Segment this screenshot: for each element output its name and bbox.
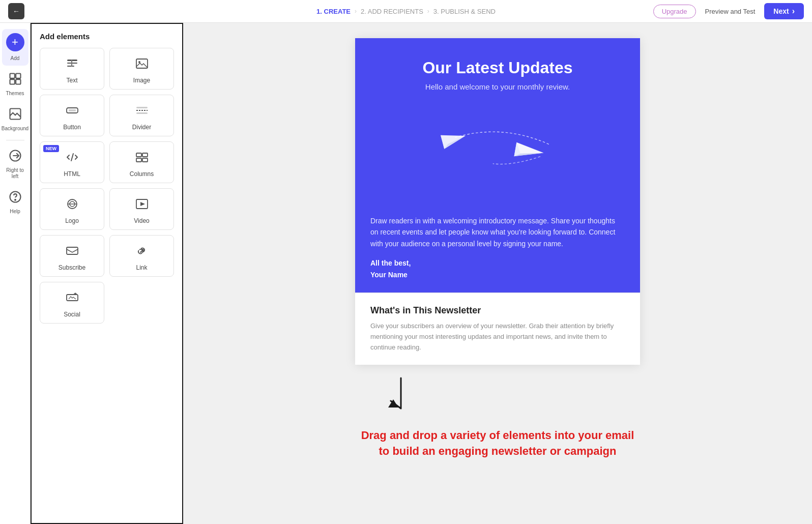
image-element-icon xyxy=(135,56,149,73)
svg-rect-12 xyxy=(136,59,148,68)
svg-rect-19 xyxy=(136,153,141,157)
sidebar-background-label: Background xyxy=(2,126,28,132)
sidebar-item-help[interactable]: Help xyxy=(2,186,28,219)
element-card-columns[interactable]: Columns xyxy=(109,141,174,183)
element-card-subscribe[interactable]: Subscribe xyxy=(40,235,104,277)
nav-steps: 1. CREATE › 2. ADD RECIPIENTS › 3. PUBLI… xyxy=(316,8,496,15)
element-card-video[interactable]: Video xyxy=(109,188,174,230)
step-arrow-2: › xyxy=(427,8,429,15)
annotation-text: Drag and drop a variety of elements into… xyxy=(355,428,640,459)
rtl-icon xyxy=(8,149,22,165)
email-sign-line1: All the best, xyxy=(370,259,411,267)
nav-right: Upgrade Preview and Test Next › xyxy=(653,3,804,19)
element-card-button[interactable]: Button xyxy=(40,95,104,136)
sidebar-rtl-label: Right to left xyxy=(5,167,25,180)
top-nav: ← 1. CREATE › 2. ADD RECIPIENTS › 3. PUB… xyxy=(0,0,812,23)
element-card-divider[interactable]: Divider xyxy=(109,95,174,136)
main-content: Our Latest Updates Hello and welcome to … xyxy=(183,23,812,524)
sidebar-item-add[interactable]: + Add xyxy=(2,29,28,66)
preview-test-button[interactable]: Preview and Test xyxy=(701,5,760,18)
email-sign-line2: Your Name xyxy=(370,271,408,279)
columns-element-icon xyxy=(135,150,149,166)
email-hero: Our Latest Updates Hello and welcome to … xyxy=(355,38,640,203)
element-card-html[interactable]: NEW HTML xyxy=(40,141,104,183)
svg-rect-1 xyxy=(16,74,20,78)
element-card-link[interactable]: Link xyxy=(109,235,174,277)
nav-step-publish[interactable]: 3. PUBLISH & SEND xyxy=(433,8,496,15)
email-section-text: Give your subscribers an overview of you… xyxy=(370,321,625,353)
nav-step-recipients[interactable]: 2. ADD RECIPIENTS xyxy=(361,8,423,15)
sidebar-divider xyxy=(6,140,24,140)
svg-rect-29 xyxy=(67,295,78,301)
element-card-image[interactable]: Image xyxy=(109,48,174,90)
link-element-icon xyxy=(135,244,149,260)
element-card-text[interactable]: Text xyxy=(40,48,104,90)
link-element-label: Link xyxy=(136,264,147,271)
social-element-icon xyxy=(65,290,79,307)
add-circle-icon[interactable]: + xyxy=(6,33,24,51)
svg-rect-18 xyxy=(136,112,148,114)
nav-step-create[interactable]: 1. CREATE xyxy=(316,8,351,15)
elements-panel: Add elements Text xyxy=(31,23,183,524)
elements-panel-title: Add elements xyxy=(40,32,174,41)
email-newsletter-section: What's in This Newsletter Give your subs… xyxy=(355,293,640,365)
upgrade-button[interactable]: Upgrade xyxy=(653,5,696,18)
email-hero-subtitle: Hello and welcome to your monthly review… xyxy=(425,82,570,91)
step-arrow-1: › xyxy=(355,8,357,15)
next-button[interactable]: Next › xyxy=(764,3,804,19)
sidebar-themes-label: Themes xyxy=(6,91,24,97)
element-card-logo[interactable]: Logo xyxy=(40,188,104,230)
svg-rect-3 xyxy=(16,79,20,84)
svg-rect-21 xyxy=(136,158,141,162)
svg-rect-28 xyxy=(67,247,78,254)
back-button[interactable]: ← xyxy=(8,3,24,19)
email-hero-title: Our Latest Updates xyxy=(422,59,572,77)
button-element-icon xyxy=(65,103,79,120)
next-arrow-icon: › xyxy=(792,7,795,16)
email-signature: All the best, Your Name xyxy=(370,257,625,280)
email-section-title: What's in This Newsletter xyxy=(370,305,625,316)
svg-rect-22 xyxy=(142,158,148,162)
paper-planes-illustration xyxy=(370,117,625,178)
element-card-social[interactable]: Social xyxy=(40,282,104,324)
new-badge: NEW xyxy=(43,145,59,152)
svg-marker-27 xyxy=(140,202,145,206)
svg-marker-36 xyxy=(388,399,398,407)
svg-rect-16 xyxy=(136,107,148,108)
sidebar-add-label: Add xyxy=(11,55,20,62)
logo-element-icon xyxy=(65,197,79,213)
sidebar-item-themes[interactable]: Themes xyxy=(2,68,28,101)
svg-rect-20 xyxy=(142,153,148,157)
image-element-label: Image xyxy=(133,77,150,84)
columns-element-label: Columns xyxy=(130,170,154,178)
annotation-area: Drag and drop a variety of elements into… xyxy=(355,373,640,470)
svg-rect-10 xyxy=(67,66,74,67)
background-icon xyxy=(8,107,22,124)
left-sidebar: + Add Themes Background xyxy=(0,23,31,524)
video-element-label: Video xyxy=(134,217,149,224)
themes-icon xyxy=(8,72,22,89)
svg-rect-0 xyxy=(10,74,14,78)
elements-grid: Text Image xyxy=(40,48,174,324)
html-element-label: HTML xyxy=(64,170,80,178)
subscribe-element-label: Subscribe xyxy=(59,264,85,271)
divider-element-icon xyxy=(135,103,149,120)
divider-element-label: Divider xyxy=(132,124,151,131)
text-element-label: Text xyxy=(66,77,77,84)
subscribe-element-icon xyxy=(65,244,79,260)
help-icon xyxy=(8,190,22,207)
sidebar-item-background[interactable]: Background xyxy=(2,103,28,136)
svg-rect-15 xyxy=(69,109,76,111)
text-element-icon xyxy=(65,56,79,73)
social-element-label: Social xyxy=(64,311,80,318)
svg-point-7 xyxy=(15,199,16,200)
next-label: Next xyxy=(773,7,789,15)
html-element-icon xyxy=(65,150,79,166)
email-body-text: Draw readers in with a welcoming introdu… xyxy=(370,215,625,249)
svg-rect-2 xyxy=(10,79,14,84)
sidebar-item-rtl[interactable]: Right to left xyxy=(2,144,28,184)
annotation-arrow-icon xyxy=(381,373,411,424)
button-element-label: Button xyxy=(63,124,81,131)
main-layout: + Add Themes Background xyxy=(0,23,812,524)
svg-rect-11 xyxy=(71,60,72,67)
